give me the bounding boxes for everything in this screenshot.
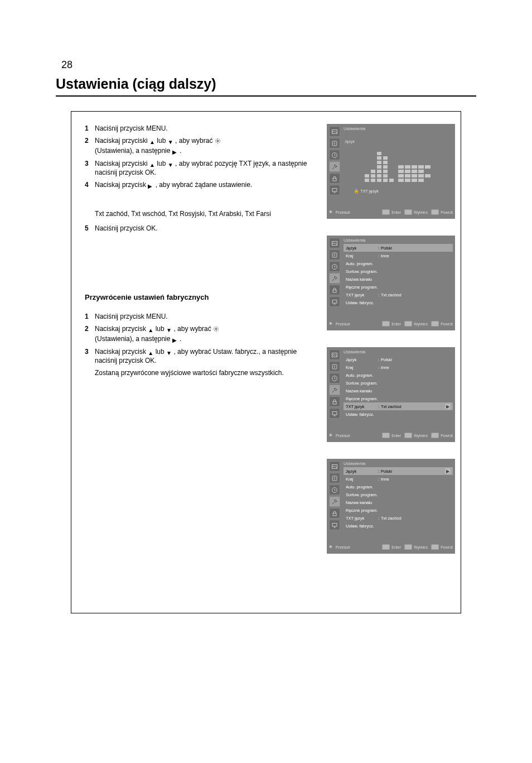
svg-point-1	[215, 328, 217, 330]
channel-icon: 8	[329, 361, 340, 372]
svg-rect-6	[333, 178, 336, 181]
svg-rect-13	[332, 300, 337, 303]
tools-icon	[329, 385, 340, 395]
osd-row-factory: Ustaw. fabrycz.	[344, 522, 453, 530]
channel-icon: 8	[329, 473, 340, 483]
clock-icon	[329, 373, 340, 383]
svg-rect-7	[332, 188, 337, 191]
step-text: Naciskaj przycisk lub , aby wybrać (Usta…	[95, 324, 318, 343]
step-text: Naciskaj przyciski lub , aby wybrać (Ust…	[95, 136, 318, 155]
pc-icon	[329, 296, 340, 307]
osd-row-man-prog: Ręczne program.	[344, 395, 453, 402]
page-title: Ustawienia (ciąg dalszy)	[56, 76, 476, 92]
osd-row-auto-prog: Auto. program.	[344, 260, 453, 267]
chevron-right-icon	[172, 147, 178, 153]
step-number: 1	[85, 312, 95, 321]
lock-icon	[329, 173, 340, 184]
chevron-right-icon	[172, 335, 178, 341]
svg-text:8: 8	[334, 477, 336, 480]
setup-gear-icon	[213, 325, 219, 334]
arrow-right-icon: ▶	[445, 404, 451, 409]
factory-note: Zostaną przywrócone wyjściowe wartości f…	[95, 368, 318, 377]
osd-footer: ✥Przesuń Enter Wybierz Powrót	[329, 431, 453, 440]
osd-sidebar: 8	[329, 349, 341, 420]
osd-row-man-prog: Ręczne program.	[344, 506, 453, 514]
page-number: 28	[61, 59, 72, 71]
step-3: 3 Naciskaj przyciski lub , aby wybrać po…	[85, 159, 318, 177]
osd-row-factory: Ustaw. fabrycz.	[344, 410, 453, 418]
pc-icon	[329, 185, 340, 195]
clock-icon	[329, 484, 340, 495]
tools-icon	[329, 161, 340, 172]
step-text: Naciskaj przyciski lub , aby wybrać pozy…	[95, 159, 318, 177]
svg-rect-19	[332, 411, 337, 415]
lock-icon	[329, 285, 340, 295]
osd-title: Ustawienia	[344, 238, 453, 243]
move-icon: ✥	[329, 210, 332, 214]
osd-row-txt-lang: TXT język:Txt zachód	[344, 514, 453, 522]
step-5: 5 Naciśnij przycisk OK.	[85, 224, 318, 233]
setup-gear-icon	[215, 137, 221, 146]
chevron-down-icon	[168, 160, 173, 166]
osd-title: Ustawienia	[344, 461, 453, 466]
step-b2: 2 Naciskaj przycisk lub , aby wybrać (Us…	[85, 324, 318, 343]
content-frame: 1 Naciśnij przycisk MENU. 2 Naciskaj prz…	[71, 111, 461, 613]
channel-icon: 8	[329, 138, 340, 148]
chevron-up-icon	[148, 325, 153, 331]
move-icon: ✥	[329, 545, 332, 549]
osd-row-country: Kraj:Inne	[344, 475, 453, 483]
osd-setup-factory: 8 Ustawienia Język:Polski▶ Kraj:Inne Aut…	[327, 459, 455, 554]
step-number: 3	[85, 159, 95, 168]
osd-setup-txt-highlight: 8 Ustawienia Język:Polski Kraj:Inne Auto…	[327, 347, 455, 442]
osd-sidebar: 8	[329, 126, 341, 196]
chevron-up-icon	[148, 348, 153, 354]
picture-icon	[329, 349, 340, 360]
channel-icon: 8	[329, 249, 340, 260]
step-4: 4 Naciskaj przycisk , aby wybrać żądane …	[85, 180, 318, 189]
step-number: 2	[85, 324, 95, 333]
move-icon: ✥	[329, 433, 332, 438]
step-number: 5	[85, 224, 95, 233]
clock-icon	[329, 261, 340, 272]
lock-icon	[329, 396, 340, 407]
lock-icon: 🔒	[354, 189, 359, 194]
osd-row-factory: Ustaw. fabrycz.	[344, 299, 453, 306]
chevron-down-icon	[166, 325, 172, 331]
osd-row-auto-prog: Auto. program.	[344, 371, 453, 379]
chevron-right-icon	[148, 181, 153, 187]
svg-rect-18	[333, 401, 336, 404]
instructions-column: 1 Naciśnij przycisk MENU. 2 Naciskaj prz…	[85, 124, 318, 546]
osd-eq-right	[398, 156, 431, 182]
osd-row-sort-prog: Sortow. program.	[344, 379, 453, 387]
title-rule	[56, 95, 476, 97]
pc-icon	[329, 408, 340, 419]
osd-txt-row: 🔒TXT język	[362, 189, 379, 194]
osd-row-sort-prog: Sortow. program.	[344, 491, 453, 498]
svg-text:8: 8	[334, 142, 336, 145]
osd-eq-labels: Język	[345, 140, 355, 147]
svg-text:8: 8	[334, 253, 336, 257]
osd-row-language: Język:Polski	[344, 356, 453, 363]
tools-icon	[329, 496, 340, 507]
step-2: 2 Naciskaj przyciski lub , aby wybrać (U…	[85, 136, 318, 155]
svg-rect-24	[333, 513, 336, 516]
svg-point-0	[217, 140, 219, 142]
move-icon: ✥	[329, 321, 332, 326]
step-text: Naciśnij przycisk MENU.	[95, 312, 318, 321]
picture-icon	[329, 461, 340, 472]
osd-row-man-prog: Ręczne program.	[344, 283, 453, 291]
chevron-up-icon	[149, 160, 155, 166]
osd-title: Ustawienia	[344, 349, 453, 354]
step-b3: 3 Naciskaj przycisk lub , aby wybrać Ust…	[85, 347, 318, 365]
chevron-down-icon	[166, 348, 172, 354]
osd-row-chan-name: Nazwa kanału	[344, 387, 453, 395]
osd-row-chan-name: Nazwa kanału	[344, 275, 453, 283]
osd-footer: ✥Przesuń Enter Wybierz Powrót	[329, 543, 453, 551]
svg-rect-12	[333, 290, 336, 292]
osd-row-country: Kraj:Inne	[344, 363, 453, 371]
option-list: Txt zachód, Txt wschód, Txt Rosyjski, Tx…	[95, 209, 318, 218]
step-number: 4	[85, 180, 95, 189]
osd-row-auto-prog: Auto. program.	[344, 483, 453, 491]
osd-row-country: Kraj:Inne	[344, 252, 453, 260]
tools-icon	[329, 273, 340, 284]
